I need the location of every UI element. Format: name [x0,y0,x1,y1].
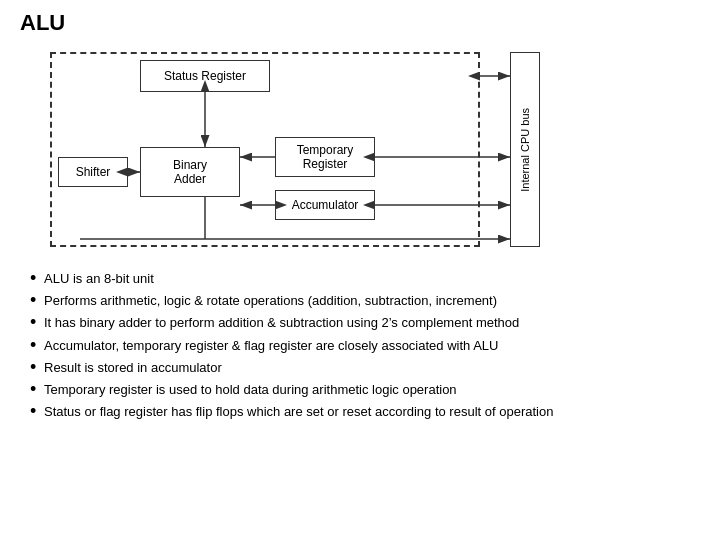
bullet-7: • Status or flag register has flip flops… [30,403,700,421]
bullet-text-6: Temporary register is used to hold data … [44,381,457,399]
accumulator-box: Accumulator [275,190,375,220]
bullet-dot-4: • [30,336,44,354]
bullet-text-2: Performs arithmetic, logic & rotate oper… [44,292,497,310]
temp-register-label: TemporaryRegister [297,143,354,171]
shifter-label: Shifter [76,165,111,179]
temp-register-box: TemporaryRegister [275,137,375,177]
bullet-dot-1: • [30,269,44,287]
status-register-box: Status Register [140,60,270,92]
bullet-text-4: Accumulator, temporary register & flag r… [44,337,498,355]
diagram-area: Internal CPU bus Status Register BinaryA… [20,42,540,262]
bullet-text-1: ALU is an 8-bit unit [44,270,154,288]
bullet-text-7: Status or flag register has flip flops w… [44,403,553,421]
status-register-label: Status Register [164,69,246,83]
bullet-dot-2: • [30,291,44,309]
bullet-dot-5: • [30,358,44,376]
bullet-4: • Accumulator, temporary register & flag… [30,337,700,355]
bullet-3: • It has binary adder to perform additio… [30,314,700,332]
cpu-bus-label: Internal CPU bus [519,108,531,192]
page-title: ALU [20,10,700,36]
bullet-dot-6: • [30,380,44,398]
bullet-1: • ALU is an 8-bit unit [30,270,700,288]
bullets-section: • ALU is an 8-bit unit • Performs arithm… [20,270,700,425]
page-container: ALU Internal CPU bus Status Register Bin… [0,0,720,540]
bullet-text-3: It has binary adder to perform addition … [44,314,519,332]
bullet-text-5: Result is stored in accumulator [44,359,222,377]
binary-adder-label: BinaryAdder [173,158,207,186]
bullet-dot-7: • [30,402,44,420]
bullet-6: • Temporary register is used to hold dat… [30,381,700,399]
accumulator-label: Accumulator [292,198,359,212]
binary-adder-box: BinaryAdder [140,147,240,197]
cpu-bus-box: Internal CPU bus [510,52,540,247]
bullet-5: • Result is stored in accumulator [30,359,700,377]
bullet-dot-3: • [30,313,44,331]
shifter-box: Shifter [58,157,128,187]
bullet-2: • Performs arithmetic, logic & rotate op… [30,292,700,310]
